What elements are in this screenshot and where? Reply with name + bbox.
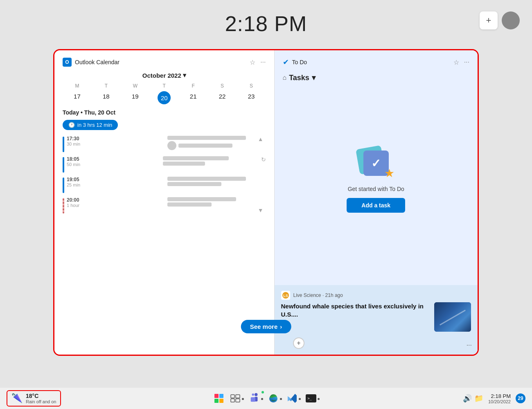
news-source-row: LS Live Science · 21h ago [281, 291, 471, 300]
calendar-pin-icon[interactable]: ☆ [250, 58, 255, 66]
svg-rect-3 [236, 395, 240, 398]
weekday-s2: S [237, 82, 266, 90]
tasks-label: Tasks [289, 74, 309, 82]
see-more-label: See more [250, 323, 278, 330]
day-22[interactable]: 22 [208, 91, 237, 104]
add-task-button[interactable]: Add a task [347, 198, 405, 213]
day-21[interactable]: 21 [179, 91, 208, 104]
volume-icon[interactable]: 🔊 [463, 394, 472, 403]
teams-online-dot [261, 390, 265, 394]
todo-more-icon[interactable]: ··· [464, 58, 469, 66]
whale-image-line [440, 310, 466, 326]
see-more-chevron: › [280, 323, 282, 330]
weather-text: 18°C Rain off and on [26, 393, 56, 404]
event-dur-1905: 25 min [67, 182, 165, 187]
news-headline[interactable]: Newfound whale species that lives exclus… [281, 302, 431, 319]
see-more-button[interactable]: See more › [241, 320, 291, 333]
event-dur-1730: 30 min [67, 142, 165, 146]
add-circle-button[interactable]: + [293, 337, 304, 349]
todo-message: Get started with To Do [348, 186, 404, 192]
calendar-more-icon[interactable]: ··· [260, 58, 266, 66]
event-time-1905: 19:05 [67, 177, 165, 182]
event-item-2000[interactable]: 20:00 1 hour [63, 197, 266, 213]
event-dur-1805: 50 min [67, 162, 160, 167]
taskbar: 🌂 18°C Rain off and on [0, 388, 532, 409]
todo-pin-icon[interactable]: ☆ [453, 58, 459, 66]
month-chevron[interactable]: ▾ [183, 72, 186, 79]
panel-content: O Outlook Calendar ☆ ··· October 2022 ▾ … [54, 50, 478, 355]
vscode-button[interactable] [287, 391, 302, 406]
day-19[interactable]: 19 [121, 91, 150, 104]
clock-icon: 🕐 [68, 122, 75, 128]
notification-badge[interactable]: 29 [516, 393, 525, 403]
today-label: Today • Thu, 20 Oct [63, 109, 266, 116]
start-button[interactable] [212, 391, 226, 406]
days-row: 17 18 19 20 21 22 23 [63, 91, 266, 104]
weekdays-row: M T W T F S S [63, 82, 266, 90]
event-bar-pink [63, 198, 64, 213]
outlook-icon: O [63, 58, 72, 67]
network-icon[interactable]: 📁 [474, 394, 483, 403]
event-item-1805[interactable]: 18:05 50 min ↻ [63, 156, 266, 173]
svg-rect-5 [236, 399, 240, 402]
right-panel: ✔ To Do ☆ ··· ⌂ Tasks ▾ [275, 50, 478, 355]
event-block-6 [167, 182, 221, 186]
taskbar-time: 2:18 PM [488, 393, 511, 399]
todo-widget: ✔ To Do ☆ ··· ⌂ Tasks ▾ [275, 50, 478, 285]
widgets-panel: O Outlook Calendar ☆ ··· October 2022 ▾ … [53, 49, 479, 356]
day-18[interactable]: 18 [92, 91, 121, 104]
task-view-icon [230, 394, 240, 402]
news-body: Newfound whale species that lives exclus… [281, 302, 471, 332]
terminal-dot [318, 398, 320, 400]
calendar-header: O Outlook Calendar ☆ ··· [63, 58, 266, 67]
todo-title: To Do [292, 59, 307, 65]
event-item-1730[interactable]: 17:30 30 min [63, 136, 266, 152]
day-23[interactable]: 23 [237, 91, 266, 104]
event-info-2000: 20:00 1 hour [67, 197, 165, 208]
tasks-chevron[interactable]: ▾ [312, 73, 316, 82]
todo-checkmark-icon: ✓ [371, 157, 381, 170]
event-block-1 [167, 136, 246, 140]
event-bar-blue-2 [63, 157, 64, 173]
day-20-today[interactable]: 20 [158, 91, 171, 104]
add-widget-button[interactable]: + [480, 11, 498, 29]
svg-rect-4 [231, 399, 234, 402]
terminal-button[interactable]: >_ [306, 391, 320, 406]
svg-text:LS: LS [283, 294, 288, 298]
news-image[interactable] [434, 302, 471, 332]
news-more-options[interactable]: ··· [467, 342, 472, 349]
svg-rect-2 [231, 395, 234, 398]
outlook-calendar-widget: O Outlook Calendar ☆ ··· October 2022 ▾ … [54, 50, 274, 355]
task-view-button[interactable] [230, 391, 245, 406]
event-time-1730: 17:30 [67, 136, 165, 142]
event-info-1905: 19:05 25 min [67, 177, 165, 187]
edge-dot [280, 398, 282, 400]
teams-dot [261, 398, 263, 400]
calendar-title: Outlook Calendar [75, 59, 119, 65]
taskbar-right: 🔊 📁 2:18 PM 10/20/2022 29 [463, 393, 525, 404]
day-17[interactable]: 17 [63, 91, 92, 104]
event-time-1805: 18:05 [67, 156, 160, 162]
weather-temp: 18°C [26, 393, 56, 399]
edge-button[interactable] [268, 391, 283, 406]
taskbar-center: >_ [69, 391, 463, 406]
news-source-icon: LS [281, 291, 290, 300]
event-info-1730: 17:30 30 min [67, 136, 165, 146]
news-widget: LS Live Science · 21h ago Newfound whale… [275, 285, 478, 355]
clock-display: 2:18 PM [225, 11, 307, 36]
vscode-dot [299, 398, 301, 400]
vscode-icon [287, 393, 298, 404]
event-block-3 [163, 156, 228, 160]
weekday-t2: T [150, 82, 179, 90]
edge-icon [268, 393, 279, 404]
teams-button[interactable] [249, 391, 264, 406]
avatar[interactable] [502, 11, 520, 29]
weather-widget[interactable]: 🌂 18°C Rain off and on [7, 390, 61, 407]
event-block-7 [167, 197, 236, 201]
event-list: 17:30 30 min 18:05 [63, 136, 266, 213]
repeat-icon: ↻ [261, 156, 266, 163]
taskbar-datetime[interactable]: 2:18 PM 10/20/2022 [488, 393, 511, 404]
weekday-m: M [63, 82, 92, 90]
event-item-1905[interactable]: 19:05 25 min [63, 177, 266, 193]
month-title: October 2022 ▾ [63, 72, 266, 79]
